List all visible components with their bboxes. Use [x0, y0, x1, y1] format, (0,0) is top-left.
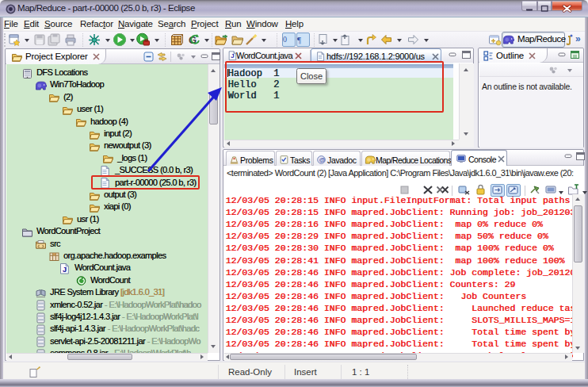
svg-text:0: 0 — [283, 35, 287, 44]
svg-text:¶: ¶ — [297, 35, 301, 44]
